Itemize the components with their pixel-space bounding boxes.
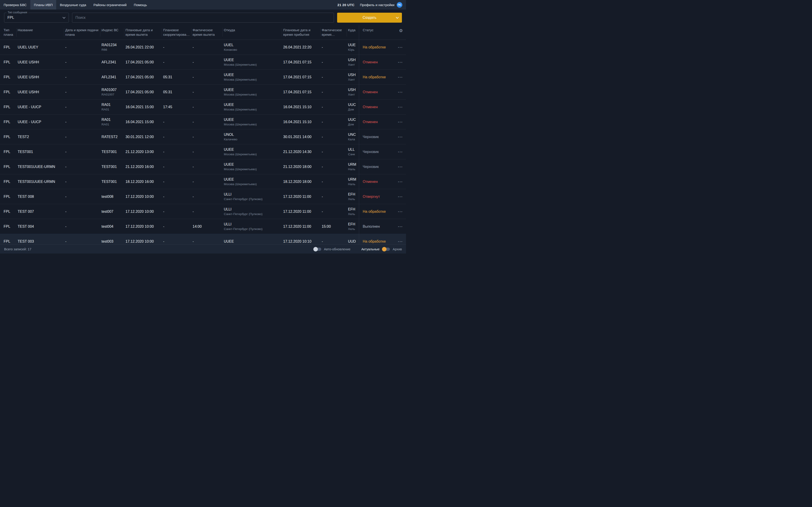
status-badge: Черновик [363,165,388,169]
table-row[interactable]: FPL UUEE - UUCP - RA01RA01 16.04.2021 15… [0,100,406,115]
table-row[interactable]: FPL TEST001UUEE-URMN - TEST001 21.12.202… [0,159,406,174]
flight-plans-table: Тип плана Название Дата и время подачи п… [0,25,406,244]
table-row[interactable]: FPL UUEE USHH - AFL2341 17.04.2021 05:00… [0,55,406,70]
status-badge: Отвергнут [363,194,388,199]
row-menu-icon[interactable]: ⋯ [398,179,403,184]
col-header-arr-fact: Фактическое время… [322,25,348,40]
profile-label: Профиль и настройки [360,3,395,7]
archive-label: Архив [393,247,402,251]
chevron-down-icon [396,16,399,19]
nav-tabs: Проверка БВС Планы ИВП Воздушные суда Ра… [0,0,151,9]
create-button[interactable]: Создать [337,13,402,23]
col-header-arr-planned: Плановые дата и время прибытия [283,25,322,40]
filter-bar: Тип сообщения FPL Создать [0,9,406,25]
status-badge: На обработке [363,45,388,50]
status-badge: Черновик [363,135,388,139]
status-badge: Отменен [363,90,388,94]
row-menu-icon[interactable]: ⋯ [398,209,403,214]
table-row[interactable]: FPL TEST 003 - test003 17.12.2020 10:00 … [0,234,406,244]
table-row[interactable]: FPL UUEE - UUCP - RA01RA01 16.04.2021 15… [0,115,406,129]
row-menu-icon[interactable]: ⋯ [398,194,403,199]
auto-refresh-toggle[interactable] [314,247,321,251]
table-settings-gear-icon[interactable]: ⚙ [399,29,403,33]
status-badge: Черновик [363,150,388,154]
nav-tab-restriction-areas[interactable]: Районы ограничений [90,0,130,9]
row-menu-icon[interactable]: ⋯ [398,164,403,169]
status-badge: Отменен [363,120,388,124]
status-badge: Отменен [363,179,388,184]
search-input[interactable] [72,13,334,23]
row-menu-icon[interactable]: ⋯ [398,45,403,50]
message-type-value: FPL [7,16,14,20]
table-row[interactable]: FPL TEST 008 - test008 17.12.2020 10:00 … [0,189,406,204]
col-header-corrected: Плановое скорректирова… [163,25,193,40]
col-header-index: Индекс ВС [101,25,125,40]
row-menu-icon[interactable]: ⋯ [398,90,403,95]
table-row[interactable]: FPL TEST001 - TEST001 21.12.2020 13:00 -… [0,145,406,159]
profile-menu[interactable]: Профиль и настройки ПС [360,2,402,8]
col-header-dep-planned: Плановые дата и время вылета [125,25,163,40]
table-row[interactable]: FPL UUEL UUEY - RA01234R66 26.04.2021 22… [0,40,406,55]
table-row[interactable]: FPL TEST2 - RATEST2 30.01.2021 12:00 - -… [0,129,406,145]
row-menu-icon[interactable]: ⋯ [398,105,403,110]
row-menu-icon[interactable]: ⋯ [398,150,403,154]
status-badge: На обработке [363,239,388,244]
col-header-to: Куда [348,25,359,40]
col-header-dep-fact: Фактическое время вылета [193,25,224,40]
row-menu-icon[interactable]: ⋯ [398,60,403,65]
table-body: FPL UUEL UUEY - RA01234R66 26.04.2021 22… [0,40,406,244]
status-badge: На обработке [363,209,388,214]
col-header-plan-type: Тип плана [4,25,18,40]
footer-bar: Всего записей: 17 Авто-обновление Актуал… [0,244,406,253]
row-menu-icon[interactable]: ⋯ [398,119,403,124]
nav-tab-ivp-plans[interactable]: Планы ИВП [30,0,56,9]
row-menu-icon[interactable]: ⋯ [398,239,403,244]
table-row[interactable]: FPL UUEE USHH - AFL2341 17.04.2021 05:00… [0,70,406,84]
col-header-submitted: Дата и время подачи плана [65,25,101,40]
auto-refresh-label: Авто-обновление [324,247,351,251]
records-total: Всего записей: 17 [4,247,31,251]
top-nav: Проверка БВС Планы ИВП Воздушные суда Ра… [0,0,406,9]
status-badge: На обработке [363,75,388,79]
nav-tab-bvs-check[interactable]: Проверка БВС [0,0,30,9]
col-header-status: Статус [363,25,391,40]
row-menu-icon[interactable]: ⋯ [398,224,403,229]
table-row[interactable]: FPL UUEE USHH - RA01007RA01007 17.04.202… [0,84,406,100]
status-badge: Отменен [363,105,388,109]
chevron-down-icon [62,16,65,19]
table-row[interactable]: FPL TEST 004 - test004 17.12.2020 10:00 … [0,219,406,234]
message-type-label: Тип сообщения [7,11,28,14]
col-header-name: Название [18,25,65,40]
table-row[interactable]: FPL TEST 007 - test007 17.12.2020 10:00 … [0,204,406,219]
nav-tab-help[interactable]: Помощь [130,0,151,9]
utc-clock: 21 20 UTC [337,3,354,7]
status-badge: Выполнен [363,224,388,229]
actual-archive-toggle[interactable] [382,247,390,251]
status-badge: Отменен [363,60,388,64]
table-row[interactable]: FPL TEST001UUEE-URMN - TEST001 18.12.202… [0,174,406,189]
message-type-select[interactable]: Тип сообщения FPL [4,13,69,23]
actual-label: Актуальные [361,247,380,251]
nav-tab-aircraft[interactable]: Воздушные суда [56,0,90,9]
avatar[interactable]: ПС [397,2,402,8]
col-header-from: Откуда [224,25,283,40]
create-button-label: Создать [363,16,376,19]
row-menu-icon[interactable]: ⋯ [398,134,403,139]
table-header: Тип плана Название Дата и время подачи п… [0,25,406,40]
row-menu-icon[interactable]: ⋯ [398,75,403,80]
